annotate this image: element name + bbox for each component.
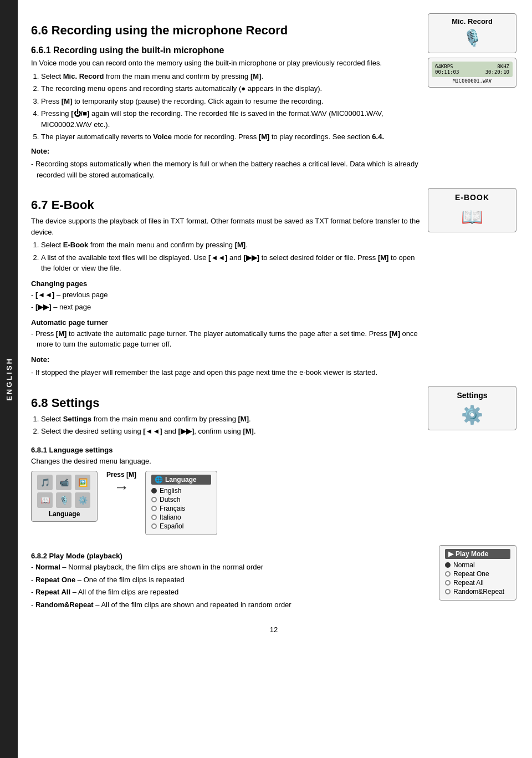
lang-settings-desc: Changes the desired menu language.: [31, 456, 516, 467]
section-67: 6.7 E-Book The device supports the playb…: [31, 188, 516, 380]
ebook-title: E-BOOK: [433, 193, 511, 202]
playmode-box-label: Play Mode: [456, 550, 488, 558]
section-67-text: 6.7 E-Book The device supports the playb…: [31, 188, 428, 380]
settings-icon: ⚙️: [433, 404, 511, 425]
menu-icons-grid: 🎵 📹 🖼️ 📖 🎙️ ⚙️: [37, 475, 91, 508]
page-prev: [◄◄] – previous page: [31, 289, 421, 301]
lang-label-francais: Français: [160, 505, 185, 512]
section-66-note-label: Note:: [31, 146, 421, 157]
lang-select-box: 🌐 Language English Dutsch Français: [145, 471, 217, 535]
lang-box-label: Language: [165, 476, 197, 484]
section-68: 6.8 Settings Select Settings from the ma…: [31, 386, 516, 439]
section-67-title: 6.7 E-Book: [31, 198, 421, 212]
lang-select-title: 🌐 Language: [151, 475, 211, 485]
playmode-opt-normal: Normal: [445, 561, 510, 569]
section-68-img: Settings ⚙️: [428, 386, 516, 439]
section-66-steps: Select Mic. Record from the main menu an…: [41, 71, 421, 143]
changing-pages-block: Changing pages [◄◄] – previous page [▶▶]…: [31, 279, 421, 313]
page-next: [▶▶] – next page: [31, 302, 421, 313]
section-66-intro: In Voice mode you can record onto the me…: [31, 58, 421, 69]
lang-settings-section: 6.8.1 Language settings Changes the desi…: [31, 446, 516, 536]
auto-turner-text: Press [M] to activate the automatic page…: [31, 328, 421, 350]
menu-icon-4: 📖: [37, 492, 53, 508]
playmode-title: 6.8.2 Play Mode (playback): [31, 552, 430, 560]
section-66-text: 6.6 Recording using the microphone Recor…: [31, 13, 428, 182]
lang-option-dutsch: Dutsch: [151, 496, 211, 503]
section-66: 6.6 Recording using the microphone Recor…: [31, 13, 516, 182]
lang-label-italiano: Italiano: [160, 513, 181, 521]
radio-repeat-one: [445, 571, 451, 577]
playmode-box-col: ▶ Play Mode Normal Repeat One Repeat All: [439, 545, 516, 612]
note-66-text: Recording stops automatically when the m…: [31, 159, 421, 180]
auto-turner-title: Automatic page turner: [31, 318, 421, 327]
screen-row-1: 64KBPS 8KHZ: [435, 64, 509, 69]
section-67-steps: Select E-Book from the main menu and con…: [41, 240, 421, 274]
playmode-list: Normal – Normal playback, the film clips…: [31, 562, 430, 610]
radio-english: [151, 488, 157, 494]
radio-dutsch: [151, 497, 157, 502]
sidebar-label: ENGLISH: [5, 357, 13, 401]
lang-icon: 🌐: [155, 476, 163, 484]
step-66-5: The player automatically reverts to Voic…: [41, 131, 421, 143]
menu-icon-6: ⚙️: [75, 492, 90, 508]
menu-icon-3: 🖼️: [75, 475, 90, 490]
page-number: 12: [31, 625, 516, 634]
playmode-opt-random: Random&Repeat: [445, 588, 510, 596]
radio-espanol: [151, 523, 157, 529]
playmode-label-repeat-one: Repeat One: [453, 570, 489, 578]
lang-settings-title: 6.8.1 Language settings: [31, 446, 516, 454]
playmode-opt-repeat-all: Repeat All: [445, 579, 510, 587]
settings-box: Settings ⚙️: [428, 386, 516, 430]
screen-time: 00:11:03: [435, 69, 459, 75]
sidebar: ENGLISH: [0, 0, 18, 758]
lang-option-english: English: [151, 487, 211, 495]
screen-row-2: 00:11:03 30:20:10: [435, 69, 509, 75]
auto-turner-list: Press [M] to activate the automatic page…: [31, 328, 421, 350]
section-66-title: 6.6 Recording using the microphone Recor…: [31, 23, 421, 38]
section-67-intro: The device supports the playback of file…: [31, 216, 421, 237]
radio-normal: [445, 562, 451, 568]
section-68-steps: Select Settings from the main menu and c…: [41, 414, 421, 437]
lang-option-italiano: Italiano: [151, 513, 211, 521]
step-66-4: Pressing [⏻/■] again will stop the recor…: [41, 108, 421, 130]
menu-box-label: Language: [37, 510, 91, 518]
mic-record-title: Mic. Record: [432, 17, 513, 26]
playmode-label-normal: Normal: [453, 561, 475, 569]
menu-icon-1: 🎵: [37, 475, 53, 490]
section-67-note: If stopped the player will remember the …: [31, 367, 421, 378]
step-67-1: Select E-Book from the main menu and con…: [41, 240, 421, 251]
playmode-item-random: Random&Repeat – All of the film clips ar…: [31, 599, 430, 611]
radio-italiano: [151, 515, 157, 520]
step-66-1: Select Mic. Record from the main menu an…: [41, 71, 421, 82]
section-67-note-label: Note:: [31, 354, 421, 365]
playmode-item-repeat-all: Repeat All – All of the film clips are r…: [31, 587, 430, 598]
step-66-2: The recording menu opens and recording s…: [41, 83, 421, 94]
section-68-text: 6.8 Settings Select Settings from the ma…: [31, 386, 428, 439]
page-num-text: 12: [270, 625, 278, 634]
note-67-text: If stopped the player will remember the …: [31, 367, 421, 378]
playmode-box-title: ▶ Play Mode: [445, 549, 510, 559]
lang-label-espanol: Español: [160, 522, 183, 530]
radio-repeat-all: [445, 580, 451, 586]
playmode-item-normal: Normal – Normal playback, the film clips…: [31, 562, 430, 573]
step-67-2: A list of the available text files will …: [41, 252, 421, 274]
page-wrapper: ENGLISH 6.6 Recording using the micropho…: [0, 0, 532, 758]
settings-title: Settings: [433, 391, 511, 400]
section-66-note: Recording stops automatically when the m…: [31, 159, 421, 180]
main-content: 6.6 Recording using the microphone Recor…: [18, 0, 532, 758]
arrow-right-icon: →: [114, 479, 129, 496]
playmode-box: ▶ Play Mode Normal Repeat One Repeat All: [439, 545, 516, 601]
press-m-label: Press [M]: [106, 471, 136, 479]
mic-record-box: Mic. Record 🎙️: [428, 13, 516, 53]
playmode-text: 6.8.2 Play Mode (playback) Normal – Norm…: [31, 545, 430, 612]
playmode-item-repeat-one: Repeat One – One of the film clips is re…: [31, 574, 430, 586]
section-68-title: 6.8 Settings: [31, 396, 421, 410]
playmode-icon: ▶: [448, 550, 453, 558]
ebook-icon: 📖: [433, 206, 511, 227]
step-66-3: Press [M] to temporarily stop (pause) th…: [41, 96, 421, 107]
menu-icon-5: 🎙️: [56, 492, 71, 508]
mic-screen-box: 64KBPS 8KHZ 00:11:03 30:20:10 MIC000001.…: [428, 58, 516, 88]
lang-option-espanol: Español: [151, 522, 211, 530]
screen-filename: MIC000001.WAV: [432, 78, 513, 84]
section-67-img: E-BOOK 📖: [428, 188, 516, 380]
